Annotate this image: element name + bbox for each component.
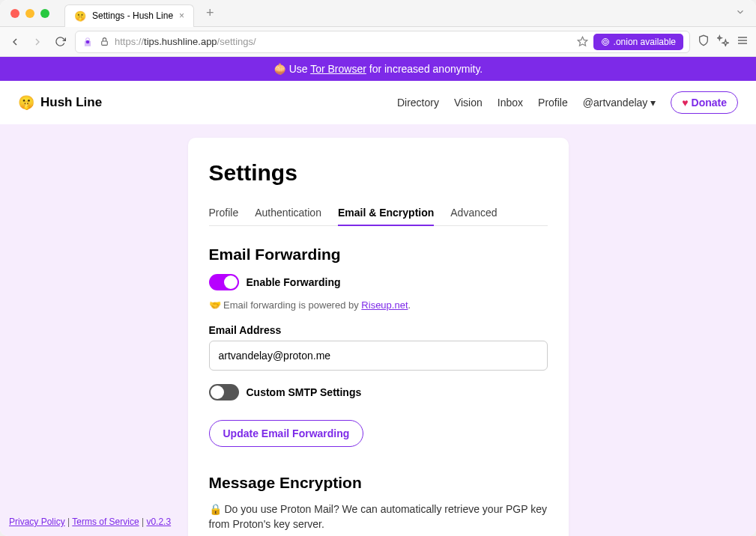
bookmark-icon[interactable] — [577, 36, 589, 48]
page-content: 🧅 Use Tor Browser for increased anonymit… — [0, 57, 756, 536]
svg-point-0 — [86, 40, 90, 43]
donate-button[interactable]: ♥ Donate — [671, 91, 738, 114]
brand-icon: 🤫 — [18, 94, 34, 111]
tab-authentication[interactable]: Authentication — [255, 201, 321, 225]
app-header: 🤫 Hush Line Directory Vision Inbox Profi… — [0, 81, 756, 124]
reload-button[interactable] — [52, 34, 67, 49]
custom-smtp-toggle[interactable] — [209, 384, 239, 401]
menu-icon[interactable] — [737, 34, 749, 49]
window-maximize-icon[interactable] — [40, 9, 49, 18]
nav-vision[interactable]: Vision — [454, 97, 483, 109]
tor-banner: 🧅 Use Tor Browser for increased anonymit… — [0, 57, 756, 81]
tab-email-encryption[interactable]: Email & Encryption — [338, 201, 434, 226]
onion-available-badge[interactable]: .onion available — [593, 34, 683, 50]
settings-card: Settings Profile Authentication Email & … — [188, 138, 569, 536]
terms-link[interactable]: Terms of Service — [72, 517, 139, 527]
svg-rect-1 — [101, 41, 107, 45]
titlebar: 🤫 Settings - Hush Line × + — [0, 0, 756, 27]
email-forwarding-heading: Email Forwarding — [209, 246, 548, 264]
email-address-label: Email Address — [209, 324, 548, 336]
sparkle-icon[interactable] — [717, 34, 729, 49]
brand[interactable]: 🤫 Hush Line — [18, 94, 102, 111]
browser-toolbar: https://tips.hushline.app/settings/ .oni… — [0, 27, 756, 57]
email-address-input[interactable] — [209, 341, 548, 371]
tab-title: Settings - Hush Line — [92, 10, 173, 21]
message-encryption-heading: Message Encryption — [209, 474, 548, 492]
svg-marker-2 — [578, 37, 587, 46]
tab-close-icon[interactable]: × — [179, 10, 184, 21]
window-close-icon[interactable] — [10, 9, 19, 18]
enable-forwarding-toggle[interactable] — [209, 274, 239, 290]
footer: Privacy Policy | Terms of Service | v0.2… — [9, 517, 171, 527]
nav-inbox[interactable]: Inbox — [498, 97, 523, 109]
encryption-body: 🔒 Do you use Proton Mail? We can automat… — [209, 502, 548, 532]
tor-browser-link[interactable]: Tor Browser — [310, 63, 366, 75]
url-text: https://tips.hushline.app/settings/ — [115, 36, 572, 47]
nav-user-menu[interactable]: @artvandelay ▾ — [583, 97, 656, 109]
privacy-link[interactable]: Privacy Policy — [9, 517, 65, 527]
forward-button[interactable] — [30, 34, 45, 49]
nav-profile[interactable]: Profile — [538, 97, 568, 109]
tab-favicon-icon: 🤫 — [74, 10, 86, 22]
heart-icon: ♥ — [682, 97, 688, 109]
browser-tab[interactable]: 🤫 Settings - Hush Line × — [64, 4, 194, 27]
settings-tabs: Profile Authentication Email & Encryptio… — [209, 201, 548, 226]
url-bar[interactable]: https://tips.hushline.app/settings/ .oni… — [75, 31, 690, 53]
riseup-link[interactable]: Riseup.net — [361, 299, 408, 311]
svg-point-5 — [605, 41, 606, 43]
enable-forwarding-label: Enable Forwarding — [247, 276, 341, 288]
tabs-overflow-icon[interactable] — [735, 7, 746, 20]
version-link[interactable]: v0.2.3 — [146, 517, 171, 527]
new-tab-button[interactable]: + — [206, 5, 214, 21]
tor-circuit-icon[interactable] — [82, 36, 94, 48]
tab-advanced[interactable]: Advanced — [450, 201, 497, 225]
back-button[interactable] — [7, 34, 22, 49]
update-email-forwarding-button[interactable]: Update Email Forwarding — [209, 420, 364, 447]
shield-icon[interactable] — [698, 34, 710, 49]
tab-profile[interactable]: Profile — [209, 201, 239, 225]
page-title: Settings — [209, 160, 548, 186]
window-minimize-icon[interactable] — [25, 9, 34, 18]
custom-smtp-label: Custom SMTP Settings — [247, 386, 362, 398]
forwarding-hint: 🤝 Email forwarding is powered by Riseup.… — [209, 299, 548, 311]
lock-icon — [98, 36, 110, 48]
nav-directory[interactable]: Directory — [397, 97, 439, 109]
